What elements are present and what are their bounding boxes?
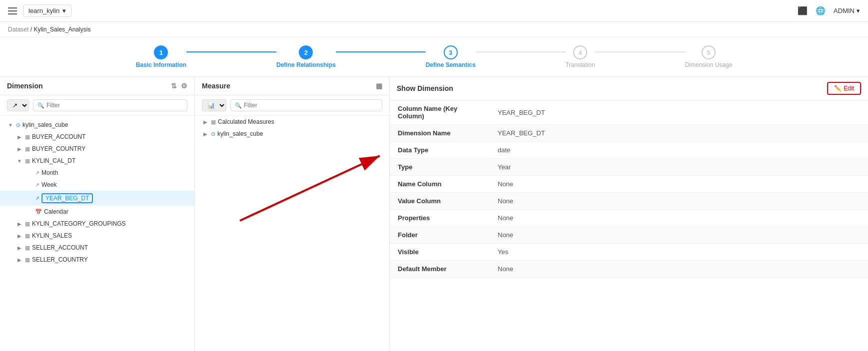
dimension-filter-bar: ↗ 🔍 — [0, 95, 194, 116]
tree-label-kylin-category: KYLIN_CATEGORY_GROUPINGS — [32, 220, 126, 227]
table-icon: ▦ — [25, 257, 30, 263]
dimension-filter-input-wrap: 🔍 — [33, 99, 187, 111]
step-3[interactable]: 3 Define Semantics — [426, 45, 476, 68]
row-value: None — [490, 193, 868, 210]
table-icon: ▦ — [25, 233, 30, 239]
breadcrumb: Dataset / Kylin_Sales_Analysis — [0, 22, 868, 37]
step-3-circle: 3 — [444, 45, 458, 59]
measure-title: Measure — [202, 82, 230, 90]
show-dimension-header: Show Dimension ✏️ Edit — [390, 77, 868, 100]
step-5[interactable]: 5 Dimension Usage — [685, 45, 733, 68]
dimension-info-table: Column Name (Key Column) YEAR_BEG_DT Dim… — [390, 100, 868, 278]
edit-button[interactable]: ✏️ Edit — [827, 82, 861, 95]
tree-node-calculated-measures[interactable]: ▶ ▦ Calculated Measures — [195, 116, 389, 128]
tree-node-kylin-category[interactable]: ▶ ▦ KYLIN_CATEGORY_GROUPINGS — [0, 218, 194, 230]
table-icon: ▦ — [25, 158, 30, 164]
show-dimension-title: Show Dimension — [397, 84, 453, 92]
row-key: Data Type — [390, 142, 490, 159]
tree-node-kylin-cal-dt[interactable]: ▼ ▦ KYLIN_CAL_DT — [0, 155, 194, 167]
dim-icon: ↗ — [35, 195, 39, 202]
calendar-icon: 📅 — [35, 209, 42, 215]
table-row: Default Member None — [390, 261, 868, 278]
measure-filter-input-wrap: 🔍 — [230, 99, 382, 111]
dimension-panel-header: Dimension ⇅ ⚙ — [0, 77, 194, 95]
expand-icon: ▶ — [16, 233, 23, 239]
tree-label-buyer-country: BUYER_COUNTRY — [32, 145, 85, 152]
tree-label-seller-account: SELLER_ACCOUNT — [32, 244, 88, 251]
measure-type-select[interactable]: 📊 — [202, 99, 226, 111]
cube-icon: ⊙ — [211, 131, 215, 137]
dimension-tree: ▼ ⊙ kylin_sales_cube ▶ ▦ BUYER_ACCOUNT ▶… — [0, 116, 194, 351]
tree-node-year-beg-dt[interactable]: ▶ ↗ YEAR_BEG_DT — [0, 191, 194, 206]
step-3-label: Define Semantics — [426, 61, 476, 68]
app-selector[interactable]: learn_kylin ▾ — [23, 4, 71, 17]
tree-node-seller-account[interactable]: ▶ ▦ SELLER_ACCOUNT — [0, 242, 194, 254]
row-value: None — [490, 261, 868, 278]
sort-icon[interactable]: ⇅ — [171, 82, 177, 90]
globe-icon[interactable]: 🌐 — [816, 6, 826, 15]
connector-3-4 — [476, 51, 566, 52]
tree-node-kylin-sales-cube-measure[interactable]: ▶ ⊙ kylin_sales_cube — [195, 128, 389, 140]
tree-node-buyer-country[interactable]: ▶ ▦ BUYER_COUNTRY — [0, 143, 194, 155]
breadcrumb-current: Kylin_Sales_Analysis — [33, 26, 90, 33]
tree-label-buyer-account: BUYER_ACCOUNT — [32, 133, 85, 140]
row-value: None — [490, 210, 868, 227]
step-2-circle: 2 — [299, 45, 313, 59]
step-1[interactable]: 1 Basic Information — [136, 45, 186, 68]
tree-node-seller-country[interactable]: ▶ ▦ SELLER_COUNTRY — [0, 254, 194, 266]
table-row: Visible Yes — [390, 244, 868, 261]
tree-node-week[interactable]: ▶ ↗ Week — [0, 179, 194, 191]
table-row: Data Type date — [390, 142, 868, 159]
dimension-panel: Dimension ⇅ ⚙ ↗ 🔍 ▼ ⊙ kylin_sales_cube — [0, 77, 195, 351]
connector-2-3 — [336, 51, 426, 52]
monitor-icon[interactable]: ⬛ — [798, 6, 808, 15]
tree-label-calculated-measures: Calculated Measures — [218, 118, 274, 125]
dim-icon: ↗ — [35, 182, 39, 188]
step-4-circle: 4 — [573, 45, 587, 59]
dim-icon: ↗ — [35, 170, 39, 176]
app-title: learn_kylin — [28, 7, 59, 14]
main-layout: Dimension ⇅ ⚙ ↗ 🔍 ▼ ⊙ kylin_sales_cube — [0, 77, 868, 351]
tree-node-kylin-sales-cube[interactable]: ▼ ⊙ kylin_sales_cube — [0, 119, 194, 131]
table-icon[interactable]: ▦ — [376, 82, 382, 90]
tree-node-kylin-sales[interactable]: ▶ ▦ KYLIN_SALES — [0, 230, 194, 242]
measure-tree-area: ▶ ▦ Calculated Measures ▶ ⊙ kylin_sales_… — [195, 116, 389, 351]
edit-label: Edit — [844, 85, 854, 92]
step-4[interactable]: 4 Translation — [566, 45, 595, 68]
breadcrumb-parent[interactable]: Dataset — [8, 26, 28, 33]
tree-node-buyer-account[interactable]: ▶ ▦ BUYER_ACCOUNT — [0, 131, 194, 143]
nav-right: ⬛ 🌐 ADMIN ▾ — [798, 6, 860, 15]
tree-label-year-beg-dt: YEAR_BEG_DT — [41, 193, 93, 203]
settings-icon[interactable]: ⚙ — [181, 82, 187, 90]
tree-node-month[interactable]: ▶ ↗ Month — [0, 167, 194, 179]
svg-line-1 — [240, 156, 380, 221]
admin-chevron-icon: ▾ — [857, 7, 860, 14]
steps-bar: 1 Basic Information 2 Define Relationshi… — [0, 37, 868, 77]
step-2[interactable]: 2 Define Relationships — [276, 45, 336, 68]
table-row: Value Column None — [390, 193, 868, 210]
step-1-label: Basic Information — [136, 61, 186, 68]
expand-icon: ▼ — [16, 158, 23, 164]
dimension-search-input[interactable] — [46, 102, 183, 109]
measure-panel-header: Measure ▦ — [195, 77, 389, 95]
row-value: YEAR_BEG_DT — [490, 125, 868, 142]
table-row: Properties None — [390, 210, 868, 227]
row-value: YEAR_BEG_DT — [490, 100, 868, 125]
admin-menu[interactable]: ADMIN ▾ — [834, 7, 860, 14]
row-key: Properties — [390, 210, 490, 227]
expand-icon: ▶ — [202, 119, 209, 125]
measure-search-input[interactable] — [244, 102, 378, 109]
connector-1-2 — [186, 51, 276, 52]
expand-icon: ▶ — [16, 146, 23, 152]
dimension-type-select[interactable]: ↗ — [7, 99, 29, 111]
step-4-label: Translation — [566, 61, 595, 68]
row-value: date — [490, 142, 868, 159]
hamburger-icon[interactable] — [8, 7, 17, 14]
edit-icon: ✏️ — [834, 85, 842, 92]
admin-label: ADMIN — [834, 7, 855, 14]
dimension-title: Dimension — [7, 82, 43, 90]
tree-node-calendar[interactable]: ▶ 📅 Calendar — [0, 206, 194, 218]
cube-icon: ⊙ — [16, 122, 20, 128]
expand-icon: ▶ — [202, 131, 209, 137]
expand-icon: ▶ — [16, 221, 23, 227]
